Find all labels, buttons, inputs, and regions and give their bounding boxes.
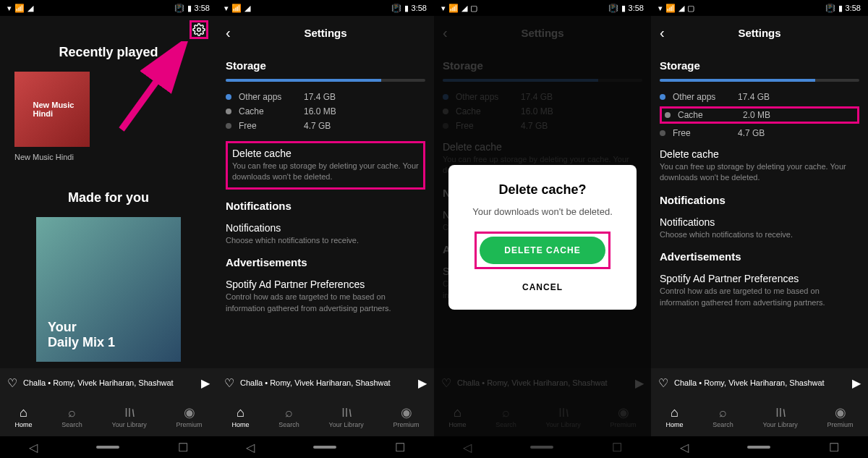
- gear-icon[interactable]: [190, 20, 208, 39]
- status-bar: ▾📶◢ 📳▮3:58: [217, 0, 434, 16]
- cancel-button[interactable]: CANCEL: [463, 282, 622, 292]
- nav-home[interactable]: ⌂Home: [665, 405, 683, 428]
- modal-desc: Your downloads won't be deleted.: [463, 206, 622, 217]
- storage-section: Storage: [226, 59, 425, 72]
- heart-icon[interactable]: ♡: [224, 376, 234, 390]
- play-icon[interactable]: ▶: [852, 376, 861, 390]
- storage-cache: Cache2.0 MB: [660, 106, 859, 124]
- nav-library[interactable]: Your Library: [329, 405, 364, 428]
- delete-cache-item[interactable]: Delete cache You can free up storage by …: [660, 148, 859, 184]
- now-playing-bar[interactable]: ♡ Challa • Romy, Vivek Hariharan, Shashw…: [0, 368, 217, 397]
- recently-played-title: Recently played: [9, 45, 208, 60]
- delete-cache-item[interactable]: Delete cache You can free up storage by …: [226, 141, 425, 190]
- storage-cache: Cache16.0 MB: [226, 106, 425, 116]
- nav-library[interactable]: Your Library: [112, 405, 147, 428]
- modal-backdrop[interactable]: Delete cache? Your downloads won't be de…: [434, 16, 651, 458]
- nav-bar: ⌂Home ⌕Search Your Library ◉Premium: [651, 397, 868, 436]
- screen-modal: ▾📶◢▢ 📳▮3:58 ‹ Settings Storage Other app…: [434, 0, 651, 458]
- daily-mix-cover[interactable]: Your Daily Mix 1: [36, 217, 181, 362]
- nav-premium[interactable]: ◉Premium: [393, 405, 420, 428]
- storage-other-apps: Other apps17.4 GB: [660, 92, 859, 102]
- android-home[interactable]: [313, 446, 336, 449]
- nav-search[interactable]: ⌕Search: [278, 405, 299, 428]
- vibrate-icon: 📳: [174, 4, 184, 13]
- back-icon[interactable]: ‹: [660, 25, 665, 41]
- android-recent[interactable]: ☐: [829, 441, 839, 454]
- android-nav: ◁ ☐: [217, 436, 434, 458]
- android-nav: ◁ ☐: [0, 436, 217, 458]
- svg-line-5: [132, 410, 134, 417]
- nav-search[interactable]: ⌕Search: [712, 405, 733, 428]
- play-icon[interactable]: ▶: [201, 376, 210, 390]
- status-bar: ▾📶◢▢ 📳▮3:58: [434, 0, 651, 16]
- back-icon[interactable]: ‹: [226, 25, 231, 41]
- notification-icon: ▾: [7, 4, 12, 13]
- android-back[interactable]: ◁: [29, 441, 38, 454]
- library-icon: [123, 405, 136, 420]
- nav-premium[interactable]: ◉Premium: [827, 405, 854, 428]
- android-recent[interactable]: ☐: [178, 441, 188, 454]
- storage-bar: [226, 79, 425, 82]
- status-bar: ▾📶◢▢ 📳▮3:58: [651, 0, 868, 16]
- status-bar: ▾ 📶 ◢ 📳 ▮ 3:58: [0, 0, 217, 16]
- notifications-item[interactable]: Notifications Choose which notifications…: [660, 216, 859, 240]
- notifications-section: Notifications: [226, 200, 425, 212]
- ads-section: Advertisements: [226, 256, 425, 268]
- album-new-music-hindi[interactable]: New Music Hindi: [14, 72, 90, 147]
- android-recent[interactable]: ☐: [395, 441, 405, 454]
- storage-free: Free4.7 GB: [226, 121, 425, 131]
- now-playing-bar[interactable]: ♡ Challa • Romy, Vivek Hariharan, Shashw…: [217, 368, 434, 397]
- delete-cache-modal: Delete cache? Your downloads won't be de…: [448, 165, 637, 310]
- play-icon[interactable]: ▶: [418, 376, 427, 390]
- notifications-item[interactable]: Notifications Choose which notifications…: [226, 222, 425, 246]
- nav-search[interactable]: ⌕Search: [61, 405, 82, 428]
- premium-icon: ◉: [184, 405, 195, 420]
- android-back[interactable]: ◁: [246, 441, 255, 454]
- modal-title: Delete cache?: [463, 182, 622, 198]
- heart-icon[interactable]: ♡: [7, 376, 17, 390]
- heart-icon[interactable]: ♡: [658, 376, 668, 390]
- made-for-you-title: Made for you: [9, 190, 208, 205]
- storage-other-apps: Other apps17.4 GB: [226, 92, 425, 102]
- svg-line-14: [783, 410, 785, 417]
- android-nav: ◁ ☐: [651, 436, 868, 458]
- nav-library[interactable]: Your Library: [763, 405, 798, 428]
- signal-icon: ◢: [27, 4, 33, 13]
- now-playing-text: Challa • Romy, Vivek Hariharan, Shashwat: [23, 378, 195, 387]
- header: ‹ Settings: [651, 16, 868, 49]
- screen-home: ▾ 📶 ◢ 📳 ▮ 3:58 Recently played New Music…: [0, 0, 217, 458]
- screen-settings-1: ▾📶◢ 📳▮3:58 ‹ Settings Storage Other apps…: [217, 0, 434, 458]
- android-home[interactable]: [747, 446, 770, 449]
- nav-bar: ⌂Home ⌕Search Your Library ◉Premium: [217, 397, 434, 436]
- page-title: Settings: [304, 27, 346, 39]
- ads-item[interactable]: Spotify Ad Partner Preferences Control h…: [660, 273, 859, 308]
- svg-line-8: [349, 410, 351, 417]
- nav-premium[interactable]: ◉Premium: [176, 405, 203, 428]
- nav-home[interactable]: ⌂Home: [231, 405, 249, 428]
- svg-point-0: [197, 28, 201, 32]
- clock: 3:58: [195, 4, 210, 12]
- delete-cache-button[interactable]: DELETE CACHE: [480, 237, 605, 264]
- now-playing-bar[interactable]: ♡ Challa • Romy, Vivek Hariharan, Shashw…: [651, 368, 868, 397]
- nav-home[interactable]: ⌂Home: [14, 405, 32, 428]
- nav-bar: ⌂Home ⌕Search Your Library ◉Premium: [0, 397, 217, 436]
- android-home[interactable]: [96, 446, 119, 449]
- storage-free: Free4.7 GB: [660, 128, 859, 138]
- album-label: New Music Hindi: [14, 153, 203, 161]
- search-icon: ⌕: [68, 405, 76, 420]
- home-icon: ⌂: [20, 405, 27, 420]
- screen-settings-2: ▾📶◢▢ 📳▮3:58 ‹ Settings Storage Other app…: [651, 0, 868, 458]
- android-back[interactable]: ◁: [680, 441, 689, 454]
- ads-item[interactable]: Spotify Ad Partner Preferences Control h…: [226, 279, 425, 314]
- battery-icon: ▮: [187, 4, 192, 13]
- wifi-icon: 📶: [14, 4, 25, 13]
- header: ‹ Settings: [217, 16, 434, 49]
